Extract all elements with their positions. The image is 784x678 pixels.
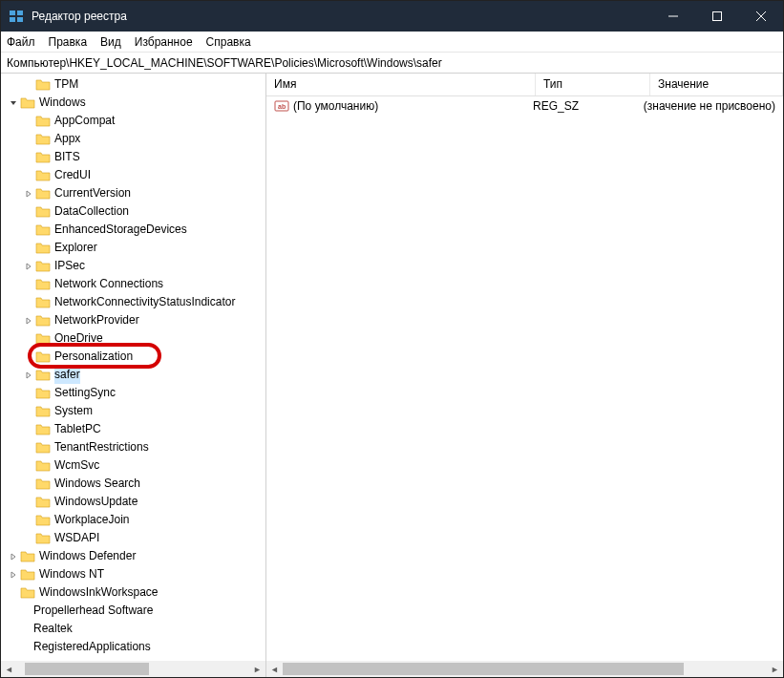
svg-rect-0: [10, 11, 15, 15]
tree-item[interactable]: Windows Search: [3, 475, 265, 493]
tree-item-label: Realtek: [33, 620, 73, 638]
tree-item-label: TabletPC: [54, 420, 101, 438]
expander-spacer: [22, 205, 35, 219]
tree-item[interactable]: NetworkConnectivityStatusIndicator: [3, 293, 265, 311]
string-value-icon: ab: [274, 98, 289, 114]
maximize-button[interactable]: [695, 1, 739, 32]
tree-item[interactable]: RegisteredApplications: [3, 638, 265, 656]
content: TPMWindowsAppCompatAppxBITSCredUICurrent…: [1, 74, 783, 677]
tree-item[interactable]: safer: [3, 366, 265, 384]
folder-icon: [20, 96, 35, 110]
tree-item[interactable]: AppCompat: [3, 112, 265, 130]
menu-favorites[interactable]: Избранное: [135, 35, 193, 49]
folder-icon: [35, 115, 51, 128]
address-bar[interactable]: Компьютер\HKEY_LOCAL_MACHINE\SOFTWARE\Po…: [1, 53, 783, 74]
menu-view[interactable]: Вид: [100, 35, 121, 49]
expander-spacer: [22, 115, 35, 128]
folder-icon: [35, 205, 51, 219]
close-button[interactable]: [739, 1, 783, 32]
list-row[interactable]: ab (По умолчанию) REG_SZ (значение не пр…: [266, 96, 783, 115]
expander-spacer: [22, 223, 35, 237]
menu-file[interactable]: Файл: [7, 35, 35, 49]
chevron-right-icon[interactable]: [22, 187, 35, 201]
chevron-down-icon[interactable]: [7, 96, 20, 110]
tree-item-label: TenantRestrictions: [54, 438, 149, 456]
tree-item[interactable]: EnhancedStorageDevices: [3, 221, 265, 239]
tree-item[interactable]: Windows Defender: [3, 547, 265, 565]
expander-spacer: [22, 514, 35, 527]
tree-item-label: AppCompat: [54, 112, 115, 130]
tree-item-label: EnhancedStorageDevices: [54, 221, 187, 239]
tree-item[interactable]: Windows: [3, 94, 265, 112]
scroll-thumb[interactable]: [283, 663, 684, 675]
folder-icon: [35, 459, 51, 473]
chevron-right-icon[interactable]: [7, 568, 20, 582]
tree-item[interactable]: Realtek: [3, 620, 265, 638]
scroll-right-button[interactable]: ►: [249, 661, 265, 677]
tree-item[interactable]: DataCollection: [3, 202, 265, 221]
scroll-track[interactable]: [283, 661, 767, 677]
column-name[interactable]: Имя: [266, 74, 536, 95]
tree-item[interactable]: WindowsInkWorkspace: [3, 583, 265, 602]
tree-item[interactable]: SettingSync: [3, 384, 265, 402]
tree-item[interactable]: IPSec: [3, 257, 265, 275]
expander-spacer: [22, 477, 35, 491]
tree-item[interactable]: CredUI: [3, 166, 265, 184]
folder-icon: [35, 477, 51, 491]
tree-item[interactable]: Windows NT: [3, 565, 265, 583]
chevron-right-icon[interactable]: [22, 260, 35, 273]
menu-edit[interactable]: Правка: [49, 35, 88, 49]
list-hscrollbar[interactable]: ◄ ►: [266, 661, 783, 677]
folder-icon: [35, 514, 51, 527]
tree-item[interactable]: Explorer: [3, 239, 265, 257]
tree-item-label: CredUI: [54, 166, 91, 184]
tree-item[interactable]: System: [3, 402, 265, 420]
tree-item[interactable]: WSDAPI: [3, 529, 265, 547]
tree-item[interactable]: WorkplaceJoin: [3, 511, 265, 529]
registry-tree[interactable]: TPMWindowsAppCompatAppxBITSCredUICurrent…: [1, 74, 265, 661]
tree-item[interactable]: BITS: [3, 148, 265, 166]
app-icon: [9, 9, 24, 24]
folder-icon: [20, 550, 35, 563]
tree-item[interactable]: TPM: [3, 75, 265, 94]
tree-item[interactable]: Appx: [3, 130, 265, 148]
tree-item-label: Windows NT: [39, 565, 104, 583]
tree-item[interactable]: Network Connections: [3, 275, 265, 293]
tree-item-label: SettingSync: [54, 384, 116, 402]
tree-item-label: Network Connections: [54, 275, 163, 293]
tree-item[interactable]: TenantRestrictions: [3, 438, 265, 456]
tree-item-label: Personalization: [54, 348, 133, 366]
window-title: Редактор реестра: [32, 10, 651, 23]
tree-item[interactable]: TabletPC: [3, 420, 265, 438]
scroll-right-button[interactable]: ►: [767, 661, 783, 677]
scroll-thumb[interactable]: [25, 663, 149, 675]
tree-item-label: RegisteredApplications: [33, 638, 151, 656]
tree-item[interactable]: CurrentVersion: [3, 184, 265, 202]
tree-item[interactable]: Propellerhead Software: [3, 602, 265, 620]
expander-spacer: [22, 169, 35, 182]
folder-icon: [35, 423, 51, 436]
column-value[interactable]: Значение: [650, 74, 783, 95]
scroll-track[interactable]: [17, 661, 249, 677]
folder-icon: [35, 278, 51, 291]
minimize-button[interactable]: [651, 1, 695, 32]
tree-hscrollbar[interactable]: ◄ ►: [1, 661, 265, 677]
titlebar: Редактор реестра: [1, 1, 783, 32]
tree-item[interactable]: WcmSvc: [3, 456, 265, 475]
tree-item[interactable]: OneDrive: [3, 329, 265, 348]
column-type[interactable]: Тип: [536, 74, 650, 95]
value-name: (По умолчанию): [293, 99, 378, 113]
chevron-right-icon[interactable]: [22, 314, 35, 328]
chevron-right-icon[interactable]: [22, 369, 35, 382]
tree-item-label: WindowsUpdate: [54, 493, 138, 511]
tree-item-label: TPM: [54, 75, 78, 94]
scroll-left-button[interactable]: ◄: [266, 661, 283, 677]
tree-item[interactable]: WindowsUpdate: [3, 493, 265, 511]
tree-item[interactable]: NetworkProvider: [3, 311, 265, 329]
scroll-left-button[interactable]: ◄: [1, 661, 17, 677]
tree-item-label: WSDAPI: [54, 529, 99, 547]
chevron-right-icon[interactable]: [7, 550, 20, 563]
folder-icon: [20, 586, 35, 600]
menu-help[interactable]: Справка: [206, 35, 251, 49]
tree-item[interactable]: Personalization: [3, 348, 265, 366]
